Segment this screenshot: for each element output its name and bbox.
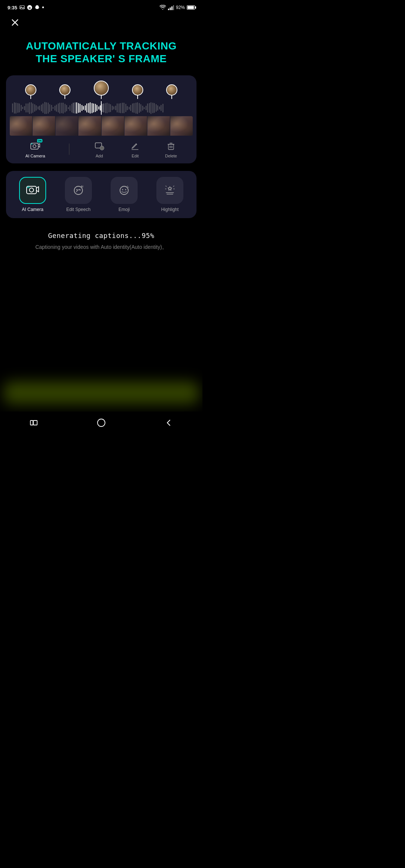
snapchat-icon	[34, 5, 40, 10]
ai-camera-tool-label: AI Camera	[26, 154, 45, 158]
hero-line2: THE SPEAKER' S FRAME	[8, 52, 195, 65]
emoji-feature-label: Emoji	[118, 207, 130, 212]
ai-camera-feature-box: AI	[19, 177, 46, 204]
timeline-panel: AI ON AI Camera Add	[6, 75, 196, 163]
svg-rect-5	[170, 7, 171, 10]
svg-point-25	[30, 188, 34, 192]
delete-panel-icon	[165, 140, 177, 152]
video-frame-8	[170, 116, 193, 136]
battery-percent: 92%	[176, 5, 185, 10]
ai-camera-feature-label: AI Camera	[22, 207, 43, 212]
add-panel-icon	[93, 140, 105, 152]
playhead	[101, 101, 102, 115]
svg-point-28	[76, 189, 78, 190]
video-frame-4	[78, 116, 101, 136]
panel-tool-edit[interactable]: Edit	[129, 140, 141, 158]
speaker-pin-4[interactable]	[132, 84, 143, 99]
photo-icon	[20, 5, 25, 10]
svg-rect-7	[173, 5, 174, 10]
svg-point-11	[33, 145, 36, 148]
speaker-pin-5[interactable]	[166, 84, 177, 99]
svg-rect-34	[30, 421, 33, 425]
status-indicators: 92%	[159, 5, 195, 10]
panel-tool-add[interactable]: Add	[93, 140, 105, 158]
recents-icon	[30, 419, 38, 427]
caption-subtitle: Captioning your videos with Auto identit…	[11, 243, 191, 251]
hero-line1: AUTOMATICALLY TRACKING	[8, 40, 195, 52]
svg-rect-36	[98, 419, 105, 427]
svg-text:AI: AI	[81, 185, 83, 188]
generating-text: Generating captions...95%	[11, 232, 191, 239]
dot-icon: •	[42, 4, 44, 10]
on-badge: ON	[37, 139, 43, 142]
svg-rect-0	[20, 6, 24, 9]
add-tool-label: Add	[96, 154, 103, 158]
svg-point-31	[120, 186, 128, 195]
green-blur-decoration	[4, 382, 199, 404]
highlight-feature-label: Highlight	[161, 207, 179, 212]
svg-point-29	[80, 189, 81, 190]
feature-emoji[interactable]: Emoji	[111, 177, 138, 212]
speaker-pin-1[interactable]	[25, 84, 36, 99]
status-section: Generating captions...95% Captioning you…	[0, 232, 202, 251]
edit-tool-label: Edit	[132, 154, 139, 158]
status-time: 9:35 B •	[8, 4, 44, 10]
signal-icon	[168, 5, 174, 10]
avatar-1	[25, 84, 36, 96]
speaker-pin-3-active[interactable]	[94, 81, 109, 99]
highlight-feature-box	[156, 177, 183, 204]
status-bar: 9:35 B • 92%	[0, 0, 202, 13]
svg-text:AI: AI	[27, 186, 30, 189]
feature-bar: AI AI Camera AI Edit Speech	[6, 171, 196, 218]
avatar-5	[166, 84, 177, 96]
video-frame-7	[147, 116, 170, 136]
avatar-4	[132, 84, 143, 96]
panel-toolbar: AI ON AI Camera Add	[10, 140, 193, 158]
video-frame-1	[10, 116, 32, 136]
edit-speech-feature-label: Edit Speech	[66, 207, 91, 212]
hero-title: AUTOMATICALLY TRACKING THE SPEAKER' S FR…	[0, 40, 202, 65]
avatar-2	[59, 84, 70, 96]
nav-home-button[interactable]	[90, 415, 112, 430]
video-frame-6	[124, 116, 147, 136]
feature-ai-camera[interactable]: AI AI Camera	[19, 177, 46, 212]
nav-bar	[0, 412, 202, 434]
waveform[interactable]	[10, 101, 193, 115]
video-frame-3	[56, 116, 78, 136]
toolbar-divider	[69, 144, 69, 155]
edit-panel-icon	[129, 140, 141, 152]
nav-back-button[interactable]	[158, 415, 180, 430]
svg-rect-6	[171, 6, 172, 10]
avatar-3	[94, 81, 109, 96]
back-icon	[165, 419, 173, 427]
panel-tool-ai-camera[interactable]: AI ON AI Camera	[26, 140, 45, 158]
close-button[interactable]	[8, 16, 22, 29]
svg-text:AI: AI	[31, 143, 33, 145]
edit-speech-feature-box: AI	[65, 177, 92, 204]
svg-rect-4	[168, 9, 169, 10]
speaker-pin-2[interactable]	[59, 84, 70, 99]
svg-rect-35	[33, 421, 37, 425]
feature-edit-speech[interactable]: AI Edit Speech	[65, 177, 92, 212]
battery-icon	[187, 5, 195, 10]
video-frame-2	[33, 116, 55, 136]
video-strip	[10, 116, 193, 136]
speaker-markers	[10, 81, 193, 99]
delete-tool-label: Delete	[165, 154, 177, 158]
home-icon	[96, 418, 106, 428]
svg-text:B: B	[29, 6, 31, 10]
panel-tool-delete[interactable]: Delete	[165, 140, 177, 158]
emoji-feature-box	[111, 177, 138, 204]
video-frame-5	[102, 116, 124, 136]
svg-point-33	[125, 189, 126, 190]
feature-highlight[interactable]: Highlight	[156, 177, 183, 212]
wifi-icon	[159, 5, 166, 10]
nav-recents-button[interactable]	[22, 415, 45, 430]
b-icon: B	[27, 5, 32, 10]
svg-point-32	[122, 189, 123, 190]
